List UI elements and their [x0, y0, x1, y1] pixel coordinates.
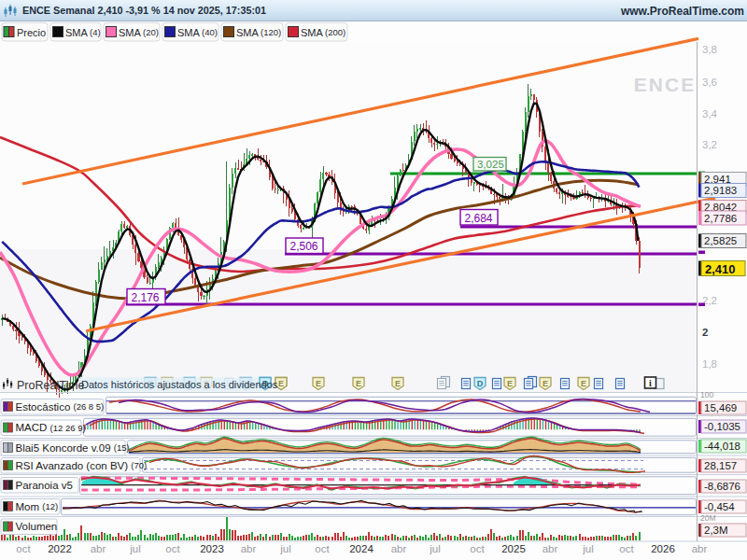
svg-text:i: i: [649, 378, 652, 388]
svg-text:1,8: 1,8: [702, 358, 717, 370]
svg-text:2,176: 2,176: [132, 291, 160, 304]
svg-text:abr: abr: [692, 543, 708, 554]
svg-text:jul: jul: [429, 543, 441, 554]
svg-text:2022: 2022: [48, 543, 72, 554]
svg-text:ENCE: ENCE: [634, 74, 696, 95]
svg-text:oct: oct: [165, 543, 180, 554]
svg-text:20M: 20M: [700, 513, 716, 523]
svg-text:abr: abr: [543, 543, 558, 554]
svg-text:2,9183: 2,9183: [704, 185, 737, 196]
svg-text:SMA: SMA: [301, 27, 324, 38]
svg-text:RSI Avanzado (con BV) (70): RSI Avanzado (con BV) (70): [16, 460, 148, 471]
svg-text:SMA: SMA: [236, 27, 260, 38]
svg-text:(4): (4): [90, 27, 101, 37]
svg-text:E: E: [543, 379, 548, 388]
svg-text:E: E: [316, 379, 321, 388]
svg-text:abr: abr: [241, 543, 257, 554]
svg-text:3,2: 3,2: [702, 139, 717, 150]
svg-text:Datos históricos ajustados a l: Datos históricos ajustados a los dividen…: [81, 379, 278, 390]
svg-text:Volumen: Volumen: [16, 521, 58, 532]
svg-text:(20): (20): [143, 27, 159, 37]
svg-text:2,684: 2,684: [465, 212, 493, 225]
svg-text:SMA: SMA: [119, 27, 142, 38]
svg-text:Estocástico (26 8 5): Estocástico (26 8 5): [16, 401, 105, 413]
svg-text:3,8: 3,8: [702, 44, 717, 55]
svg-text:2025: 2025: [501, 543, 526, 554]
svg-text:3,025: 3,025: [477, 159, 504, 170]
svg-text:E: E: [395, 379, 401, 388]
svg-text:MACD (12 26 9): MACD (12 26 9): [16, 422, 86, 433]
svg-text:oct: oct: [619, 543, 634, 554]
svg-text:ENCE Semanal 2,410 -3,91 % 14: ENCE Semanal 2,410 -3,91 % 14 nov 2025, …: [22, 5, 266, 16]
svg-text:2: 2: [702, 327, 708, 338]
svg-text:(200): (200): [325, 27, 345, 37]
svg-text:oct: oct: [470, 543, 485, 554]
svg-text:SMA: SMA: [177, 27, 201, 38]
svg-text:28,157: 28,157: [704, 460, 737, 471]
svg-text:SMA: SMA: [65, 27, 89, 38]
svg-text:-8,6876: -8,6876: [704, 481, 740, 492]
svg-text:abr: abr: [391, 543, 407, 554]
svg-text:E: E: [581, 379, 586, 388]
svg-text:2,410: 2,410: [705, 262, 736, 276]
svg-text:oct: oct: [16, 543, 31, 554]
svg-text:Blai5 Koncorde v.09 (15): Blai5 Koncorde v.09 (15): [16, 442, 130, 454]
svg-text:Precio: Precio: [17, 27, 46, 38]
svg-text:-0,454: -0,454: [704, 501, 735, 512]
svg-text:oct: oct: [315, 543, 330, 554]
svg-text:100: 100: [700, 390, 713, 399]
svg-text:2026: 2026: [651, 543, 675, 554]
svg-text:-44,018: -44,018: [704, 441, 740, 452]
svg-text:(40): (40): [202, 27, 218, 37]
svg-text:ProRealTime: ProRealTime: [17, 379, 85, 392]
svg-text:-0,1035: -0,1035: [704, 421, 740, 432]
svg-text:3,6: 3,6: [702, 77, 717, 88]
svg-text:www.ProRealTime.com: www.ProRealTime.com: [620, 5, 744, 18]
svg-text:abr: abr: [91, 543, 106, 554]
svg-text:2023: 2023: [200, 543, 224, 554]
svg-text:E: E: [356, 379, 361, 388]
svg-text:2,7786: 2,7786: [704, 213, 737, 224]
svg-text:jul: jul: [279, 543, 291, 554]
svg-text:2024: 2024: [349, 543, 374, 554]
svg-text:Paranoia v5: Paranoia v5: [16, 480, 73, 491]
svg-text:2,506: 2,506: [290, 240, 318, 253]
svg-text:E: E: [507, 379, 513, 388]
svg-text:jul: jul: [582, 543, 594, 554]
svg-text:3,4: 3,4: [702, 108, 718, 119]
svg-text:15,469: 15,469: [704, 402, 737, 413]
svg-text:(120): (120): [261, 27, 281, 37]
svg-text:2,3M: 2,3M: [704, 525, 728, 536]
svg-text:E: E: [278, 379, 284, 388]
svg-text:jul: jul: [129, 543, 141, 554]
svg-text:Mom (12): Mom (12): [16, 501, 59, 512]
svg-text:D: D: [477, 379, 484, 388]
svg-text:2,5825: 2,5825: [704, 235, 737, 246]
